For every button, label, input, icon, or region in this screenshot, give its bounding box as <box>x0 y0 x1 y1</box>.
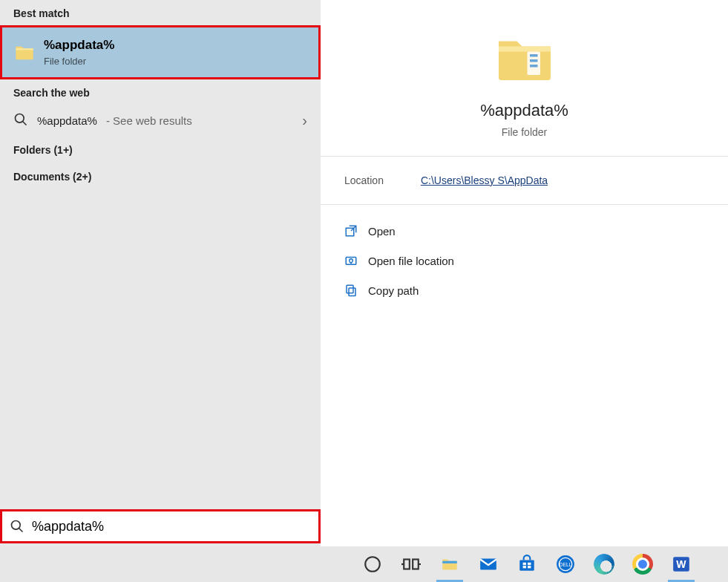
svg-rect-5 <box>530 65 538 68</box>
svg-rect-24 <box>528 566 531 568</box>
results-panel: Best match %appdata% File folder Search … <box>0 0 321 582</box>
action-label: Open file location <box>368 255 454 267</box>
action-open-file-location[interactable]: Open file location <box>338 248 710 273</box>
store-icon[interactable] <box>509 546 545 582</box>
location-pin-icon <box>344 254 358 267</box>
folder-icon <box>493 28 556 91</box>
open-icon <box>344 224 358 238</box>
svg-rect-15 <box>413 560 419 569</box>
category-documents[interactable]: Documents (2+) <box>0 163 321 190</box>
chevron-right-icon: › <box>302 112 307 129</box>
preview-panel: %appdata% File folder Location C:\Users\… <box>321 0 728 582</box>
svg-point-0 <box>16 114 24 123</box>
search-web-header: Search the web <box>0 79 321 105</box>
dell-app-icon[interactable]: DELL <box>548 546 583 582</box>
web-search-hint: - See web results <box>106 114 192 127</box>
mail-icon[interactable] <box>470 546 506 582</box>
best-match-item[interactable]: %appdata% File folder <box>0 25 321 79</box>
svg-rect-9 <box>349 288 355 296</box>
svg-rect-20 <box>519 560 534 571</box>
svg-rect-22 <box>528 563 531 565</box>
copy-icon <box>344 284 358 297</box>
svg-rect-10 <box>347 285 353 293</box>
location-label: Location <box>344 174 384 186</box>
web-search-item[interactable]: %appdata% - See web results › <box>0 105 321 137</box>
search-bar[interactable] <box>0 509 321 543</box>
svg-rect-18 <box>442 561 457 563</box>
chrome-icon[interactable] <box>625 546 660 582</box>
svg-point-13 <box>365 557 380 572</box>
svg-point-11 <box>12 521 21 530</box>
search-icon <box>13 112 28 129</box>
search-icon <box>10 519 24 534</box>
taskbar: DELL W <box>0 546 728 582</box>
word-icon[interactable]: W <box>663 546 699 582</box>
cortana-icon[interactable] <box>355 546 390 582</box>
action-copy-path[interactable]: Copy path <box>338 278 710 303</box>
svg-line-12 <box>19 529 23 532</box>
action-open[interactable]: Open <box>338 218 710 243</box>
svg-line-1 <box>23 122 27 125</box>
svg-rect-4 <box>530 59 538 62</box>
best-match-subtitle: File folder <box>44 56 114 67</box>
edge-icon[interactable] <box>586 546 622 582</box>
category-folders[interactable]: Folders (1+) <box>0 137 321 163</box>
web-search-query: %appdata% <box>37 114 97 127</box>
task-view-icon[interactable] <box>393 546 429 582</box>
location-link[interactable]: C:\Users\Blessy S\AppData <box>421 174 548 186</box>
preview-title: %appdata% <box>335 101 713 120</box>
svg-rect-21 <box>523 563 526 565</box>
svg-text:W: W <box>676 558 686 570</box>
search-input[interactable] <box>32 519 311 534</box>
best-match-header: Best match <box>0 0 321 25</box>
best-match-title: %appdata% <box>44 38 114 53</box>
svg-rect-3 <box>530 54 538 57</box>
action-label: Copy path <box>368 284 419 297</box>
svg-text:DELL: DELL <box>560 562 572 567</box>
folder-icon <box>14 42 35 63</box>
file-explorer-icon[interactable] <box>432 546 468 582</box>
location-row: Location C:\Users\Blessy S\AppData <box>321 157 728 205</box>
action-label: Open <box>368 225 396 238</box>
preview-subtitle: File folder <box>335 126 713 138</box>
svg-rect-23 <box>523 566 526 568</box>
svg-rect-14 <box>404 560 410 569</box>
